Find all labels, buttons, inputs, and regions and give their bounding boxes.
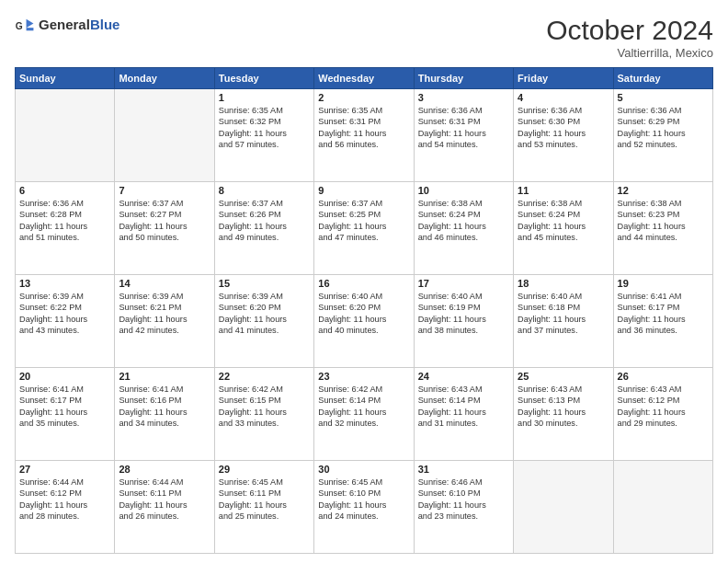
day-number: 14 — [119, 278, 210, 289]
daylight-label: Daylight: 11 hours — [119, 500, 210, 511]
sunrise-line: Sunrise: 6:35 AM — [219, 105, 310, 116]
daylight-label: Daylight: 11 hours — [219, 128, 310, 139]
calendar-cell: 9Sunrise: 6:37 AMSunset: 6:25 PMDaylight… — [314, 182, 414, 275]
sunset-line: Sunset: 6:14 PM — [318, 395, 409, 406]
logo-blue: Blue — [90, 17, 120, 32]
daylight-minutes: and 38 minutes. — [418, 325, 509, 336]
week-row-1: 1Sunrise: 6:35 AMSunset: 6:32 PMDaylight… — [16, 89, 713, 182]
logo-general: General — [39, 17, 90, 32]
calendar-cell: 7Sunrise: 6:37 AMSunset: 6:27 PMDaylight… — [115, 182, 214, 275]
day-number: 20 — [19, 371, 110, 382]
sunrise-line: Sunrise: 6:37 AM — [219, 198, 310, 209]
daylight-label: Daylight: 11 hours — [219, 314, 310, 325]
daylight-label: Daylight: 11 hours — [618, 407, 709, 418]
daylight-minutes: and 23 minutes. — [418, 511, 509, 522]
day-header-monday: Monday — [115, 68, 214, 89]
day-header-sunday: Sunday — [16, 68, 115, 89]
sunrise-line: Sunrise: 6:36 AM — [518, 105, 609, 116]
day-number: 5 — [618, 92, 709, 103]
sunrise-line: Sunrise: 6:45 AM — [318, 477, 409, 488]
sunrise-line: Sunrise: 6:46 AM — [418, 477, 509, 488]
sunset-line: Sunset: 6:22 PM — [19, 302, 110, 313]
sunrise-line: Sunrise: 6:38 AM — [518, 198, 609, 209]
svg-rect-3 — [27, 28, 34, 30]
day-number: 29 — [219, 464, 310, 475]
logo: G GeneralBlue — [15, 15, 119, 35]
calendar-cell: 30Sunrise: 6:45 AMSunset: 6:10 PMDayligh… — [314, 461, 414, 554]
calendar-cell: 19Sunrise: 6:41 AMSunset: 6:17 PMDayligh… — [613, 275, 712, 368]
day-number: 7 — [119, 185, 210, 196]
daylight-minutes: and 41 minutes. — [219, 325, 310, 336]
daylight-minutes: and 43 minutes. — [19, 325, 110, 336]
calendar-cell — [115, 89, 214, 182]
sunset-line: Sunset: 6:32 PM — [219, 116, 310, 127]
sunset-line: Sunset: 6:11 PM — [119, 488, 210, 499]
sunset-line: Sunset: 6:24 PM — [418, 209, 509, 220]
sunrise-line: Sunrise: 6:40 AM — [418, 291, 509, 302]
day-number: 3 — [418, 92, 509, 103]
calendar-cell — [16, 89, 115, 182]
daylight-label: Daylight: 11 hours — [219, 221, 310, 232]
sunrise-line: Sunrise: 6:35 AM — [318, 105, 409, 116]
sunrise-line: Sunrise: 6:43 AM — [418, 384, 509, 395]
daylight-minutes: and 52 minutes. — [618, 139, 709, 150]
page: G GeneralBlue October 2024 Valtierrilla,… — [0, 0, 728, 563]
sunset-line: Sunset: 6:16 PM — [119, 395, 210, 406]
sunrise-line: Sunrise: 6:40 AM — [518, 291, 609, 302]
week-row-2: 6Sunrise: 6:36 AMSunset: 6:28 PMDaylight… — [16, 182, 713, 275]
daylight-minutes: and 57 minutes. — [219, 139, 310, 150]
sunrise-line: Sunrise: 6:44 AM — [119, 477, 210, 488]
calendar-cell: 26Sunrise: 6:43 AMSunset: 6:12 PMDayligh… — [613, 368, 712, 461]
week-row-4: 20Sunrise: 6:41 AMSunset: 6:17 PMDayligh… — [16, 368, 713, 461]
daylight-label: Daylight: 11 hours — [318, 128, 409, 139]
daylight-label: Daylight: 11 hours — [219, 407, 310, 418]
sunrise-line: Sunrise: 6:39 AM — [19, 291, 110, 302]
daylight-minutes: and 26 minutes. — [119, 511, 210, 522]
daylight-minutes: and 34 minutes. — [119, 418, 210, 429]
daylight-label: Daylight: 11 hours — [119, 407, 210, 418]
calendar-cell: 6Sunrise: 6:36 AMSunset: 6:28 PMDaylight… — [16, 182, 115, 275]
sunrise-line: Sunrise: 6:38 AM — [618, 198, 709, 209]
logo-icon: G — [15, 15, 35, 35]
day-number: 28 — [119, 464, 210, 475]
calendar-cell: 20Sunrise: 6:41 AMSunset: 6:17 PMDayligh… — [16, 368, 115, 461]
header-row: SundayMondayTuesdayWednesdayThursdayFrid… — [16, 68, 713, 89]
daylight-label: Daylight: 11 hours — [318, 314, 409, 325]
daylight-label: Daylight: 11 hours — [318, 500, 409, 511]
sunset-line: Sunset: 6:27 PM — [119, 209, 210, 220]
daylight-minutes: and 30 minutes. — [518, 418, 609, 429]
day-number: 30 — [318, 464, 409, 475]
sunset-line: Sunset: 6:24 PM — [518, 209, 609, 220]
daylight-minutes: and 24 minutes. — [318, 511, 409, 522]
day-number: 11 — [518, 185, 609, 196]
calendar-cell: 13Sunrise: 6:39 AMSunset: 6:22 PMDayligh… — [16, 275, 115, 368]
sunset-line: Sunset: 6:17 PM — [19, 395, 110, 406]
title-block: October 2024 Valtierrilla, Mexico — [546, 15, 713, 60]
day-header-wednesday: Wednesday — [314, 68, 414, 89]
logo-text-block: GeneralBlue — [39, 17, 119, 33]
calendar-cell — [514, 461, 613, 554]
sunset-line: Sunset: 6:12 PM — [618, 395, 709, 406]
sunrise-line: Sunrise: 6:43 AM — [618, 384, 709, 395]
sunrise-line: Sunrise: 6:37 AM — [318, 198, 409, 209]
sunset-line: Sunset: 6:18 PM — [518, 302, 609, 313]
sunrise-line: Sunrise: 6:44 AM — [19, 477, 110, 488]
sunrise-line: Sunrise: 6:40 AM — [318, 291, 409, 302]
sunset-line: Sunset: 6:29 PM — [618, 116, 709, 127]
daylight-label: Daylight: 11 hours — [618, 128, 709, 139]
day-number: 15 — [219, 278, 310, 289]
sunset-line: Sunset: 6:31 PM — [318, 116, 409, 127]
sunset-line: Sunset: 6:13 PM — [518, 395, 609, 406]
calendar-cell: 15Sunrise: 6:39 AMSunset: 6:20 PMDayligh… — [214, 275, 313, 368]
daylight-minutes: and 31 minutes. — [418, 418, 509, 429]
day-header-saturday: Saturday — [613, 68, 712, 89]
sunrise-line: Sunrise: 6:36 AM — [418, 105, 509, 116]
day-number: 12 — [618, 185, 709, 196]
day-number: 18 — [518, 278, 609, 289]
calendar-cell: 4Sunrise: 6:36 AMSunset: 6:30 PMDaylight… — [514, 89, 613, 182]
daylight-minutes: and 32 minutes. — [318, 418, 409, 429]
week-row-3: 13Sunrise: 6:39 AMSunset: 6:22 PMDayligh… — [16, 275, 713, 368]
day-number: 8 — [219, 185, 310, 196]
sunrise-line: Sunrise: 6:41 AM — [119, 384, 210, 395]
sunset-line: Sunset: 6:21 PM — [119, 302, 210, 313]
